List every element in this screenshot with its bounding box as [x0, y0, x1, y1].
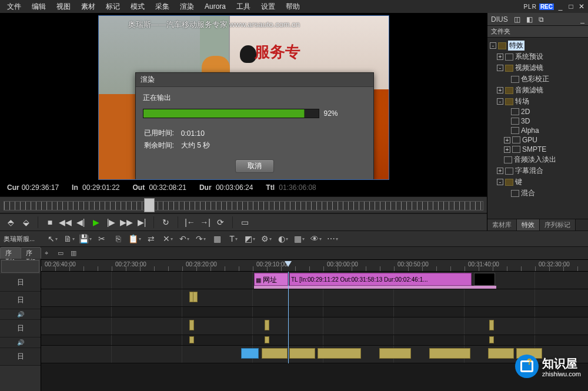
mark-out-drop[interactable]: ⬙ [19, 216, 33, 229]
menu-view[interactable]: 视图 [52, 1, 75, 13]
panel-close-icon[interactable]: _ [580, 15, 584, 24]
playhead[interactable] [288, 272, 289, 363]
tool-color-icon[interactable]: ◐ [278, 233, 288, 244]
tree-toggle[interactable]: + [504, 137, 510, 143]
scrub-bar[interactable] [0, 196, 487, 213]
timeline-tracks-area[interactable]: ⌖ ▭ ▥ 00:26:40:00 00:27:30:00 00:28:20:0… [41, 247, 588, 391]
close-button[interactable]: ✕ [577, 2, 586, 11]
tree-item[interactable]: -视频滤镜 [489, 62, 587, 73]
tool-render-icon[interactable]: ▦ [212, 233, 222, 244]
track-header-v2[interactable]: 日 [0, 292, 41, 309]
tree-item[interactable]: +SMPTE [489, 145, 587, 154]
tab-bin[interactable]: 素材库 [487, 219, 517, 230]
tool-view-icon[interactable]: 👁 [310, 233, 321, 244]
tl-tool-2[interactable]: ▭ [58, 249, 67, 258]
clip-chunk[interactable] [193, 292, 198, 302]
tree-item[interactable]: 色彩校正 [489, 73, 587, 85]
clip-title[interactable]: ▦ 网址 [254, 273, 288, 286]
mark-in-drop[interactable]: ⬘ [4, 216, 18, 229]
tree-item[interactable]: +GPU [489, 135, 587, 145]
menu-render[interactable]: 渲染 [175, 1, 199, 13]
tool-ripple-icon[interactable]: ⇄ [146, 233, 156, 244]
tree-toggle[interactable]: - [490, 42, 496, 49]
end-button[interactable]: ▶| [135, 216, 149, 229]
tree-toggle[interactable]: - [497, 179, 503, 185]
track-v2[interactable] [41, 289, 588, 307]
play-button[interactable]: ▶ [89, 216, 103, 229]
menu-edit[interactable]: 编辑 [27, 1, 51, 13]
timeline-ruler[interactable]: 00:26:40:00 00:27:30:00 00:28:20:00 00:2… [41, 260, 588, 272]
preview-monitor[interactable]: 奥瑞斯——汽车移动服务专家 www.arsauto.com.cn 服务专 渲染 … [98, 15, 389, 180]
tree-item[interactable]: 3D [489, 116, 587, 126]
tree-item[interactable]: 音频淡入淡出 [489, 154, 587, 165]
next-edit-button[interactable]: →| [198, 216, 212, 229]
seq-tab-2[interactable]: 序列2 [21, 247, 42, 259]
tree-toggle[interactable]: + [497, 168, 503, 174]
tool-pointer[interactable]: ↖ [47, 233, 58, 244]
tool-redo[interactable]: ↷ [195, 233, 206, 244]
tree-root[interactable]: 特效 [508, 41, 524, 51]
seq-tab-1[interactable]: 序列1 [0, 247, 21, 259]
scrub-head[interactable] [144, 198, 155, 212]
tool-save[interactable]: 💾 [80, 233, 91, 244]
tree-item[interactable]: Alpha [489, 126, 587, 135]
track-v4[interactable] [41, 346, 588, 363]
menu-clip[interactable]: 素材 [76, 1, 100, 13]
tree-toggle[interactable]: + [497, 87, 503, 93]
track-header-a1[interactable]: 🔊 [0, 309, 41, 320]
clip-black[interactable] [474, 273, 495, 286]
tool-trans-icon[interactable]: ◩ [245, 233, 255, 244]
track-header-v1[interactable]: 日 [0, 274, 41, 292]
menu-tools[interactable]: 工具 [232, 1, 255, 13]
track-header-v3[interactable]: 日 [0, 320, 41, 337]
display-button[interactable]: ▭ [238, 216, 252, 229]
prev-edit-button[interactable]: |← [183, 216, 197, 229]
menu-file[interactable]: 文件 [2, 1, 26, 13]
jog-button[interactable]: ⟳ [213, 216, 228, 229]
tool-layout-icon[interactable]: ▦ [294, 233, 305, 244]
menu-mode[interactable]: 模式 [126, 1, 149, 13]
tree-item[interactable]: 2D [489, 107, 587, 116]
layout-icon[interactable]: ◫ [514, 15, 520, 24]
track-header-v4[interactable]: 日 [0, 348, 41, 366]
minimize-button[interactable]: _ [556, 2, 564, 11]
tree-item[interactable]: 混合 [489, 188, 587, 199]
tree-item[interactable]: +系统预设 [489, 51, 587, 62]
tool-title-icon[interactable]: T [228, 233, 239, 244]
menu-capture[interactable]: 采集 [151, 1, 174, 13]
step-back-button[interactable]: ◀| [74, 216, 88, 229]
track-a1[interactable] [41, 307, 588, 318]
tool-delete-icon[interactable]: ✕ [162, 233, 173, 244]
tool-undo[interactable]: ↶ [179, 233, 189, 244]
track-a2[interactable] [41, 335, 588, 346]
tree-item[interactable]: -转场 [489, 96, 587, 107]
layout-icon-2[interactable]: ◧ [526, 15, 533, 24]
stop-button[interactable]: ■ [43, 216, 57, 229]
tool-cut-icon[interactable]: ✂ [96, 233, 107, 244]
maximize-button[interactable]: □ [567, 2, 575, 11]
tree-toggle[interactable]: + [497, 54, 503, 60]
zoom-box[interactable] [1, 260, 39, 273]
track-v1[interactable]: ▦ 网址 TL [In:00:29:11:22 Out:00:31:58:13 … [41, 272, 588, 289]
menu-settings[interactable]: 设置 [256, 1, 280, 13]
ffwd-button[interactable]: ▶▶ [119, 216, 133, 229]
rewind-button[interactable]: ◀◀ [58, 216, 72, 229]
tree-item[interactable]: +音频滤镜 [489, 85, 587, 96]
track-header-a2[interactable]: 🔊 [0, 337, 41, 348]
effects-tree[interactable]: -特效 +系统预设-视频滤镜色彩校正+音频滤镜-转场2D3DAlpha+GPU+… [487, 38, 588, 219]
loop-button[interactable]: ↻ [159, 216, 173, 229]
tool-fx-icon[interactable]: ⚙ [261, 233, 272, 244]
tab-markers[interactable]: 序列标记 [540, 219, 576, 230]
tl-tool-3[interactable]: ▥ [71, 249, 80, 258]
tool-copy-icon[interactable]: ⎘ [113, 233, 123, 244]
step-fwd-button[interactable]: |▶ [104, 216, 118, 229]
cancel-button[interactable]: 取消 [235, 159, 274, 173]
tool-new[interactable]: 🗎 [64, 233, 74, 244]
menu-help[interactable]: 帮助 [281, 1, 305, 13]
tree-toggle[interactable]: + [504, 146, 510, 153]
tree-item[interactable]: -键 [489, 176, 587, 188]
tl-tool-1[interactable]: ⌖ [45, 249, 54, 258]
tab-effects[interactable]: 特效 [517, 219, 540, 230]
tool-more-icon[interactable]: ⋯ [327, 233, 338, 244]
clip-tl[interactable]: TL [In:00:29:11:22 Out:00:31:58:13 Dur:0… [289, 273, 472, 286]
